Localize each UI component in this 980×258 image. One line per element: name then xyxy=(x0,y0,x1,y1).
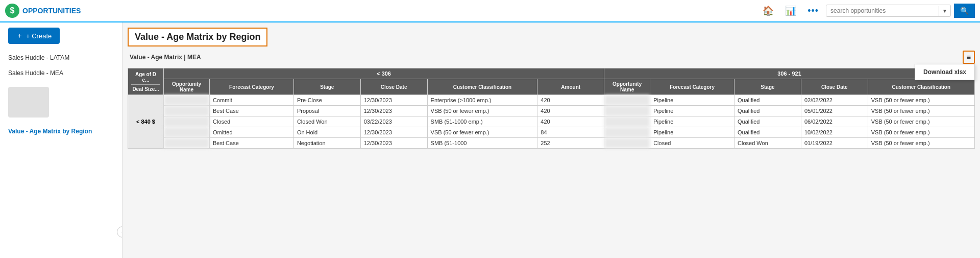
create-button[interactable]: ＋ + Create xyxy=(8,28,60,44)
search-icon: 🔍 xyxy=(960,7,969,15)
customer-class-1-0: Enterprise (>1000 emp.) xyxy=(427,95,537,106)
sidebar-item-latam-label: Sales Huddle - LATAM xyxy=(8,54,69,61)
close-date-1-2: 03/22/2023 xyxy=(360,116,427,127)
col-header-customer-class-1: Customer Classification xyxy=(427,79,537,95)
forecast-category-2-3: Pipeline xyxy=(650,127,734,138)
sidebar-active-item[interactable]: Value - Age Matrix by Region xyxy=(0,124,122,139)
customer-class-2-1: VSB (50 or fewer emp.) xyxy=(868,106,974,116)
col-header-forecast-1: Forecast Category xyxy=(210,79,294,95)
customer-class-2-4: VSB (50 or fewer emp.) xyxy=(868,138,974,149)
menu-button[interactable]: ≡ xyxy=(963,51,975,64)
sub-header-text: Value - Age Matrix | MEA xyxy=(130,54,201,61)
sidebar: ＋ + Create Sales Huddle - LATAM Sales Hu… xyxy=(0,22,122,258)
stage-2-4: Closed Won xyxy=(734,138,801,149)
sub-header: Value - Age Matrix | MEA ≡ Download xlsx xyxy=(128,51,975,64)
stage-2-1: Qualified xyxy=(734,106,801,116)
corner-header: Age of D e... Deal Size... xyxy=(128,68,164,95)
table-row: < 840 $CommitPre-Close12/30/2023Enterpri… xyxy=(128,95,975,106)
create-label: + Create xyxy=(26,32,52,40)
stage-2-2: Qualified xyxy=(734,116,801,127)
opp-name-cell-2-2 xyxy=(604,116,650,127)
forecast-category-1-2: Closed xyxy=(210,116,294,127)
stage-1-3: On Hold xyxy=(293,127,360,138)
opp-name-cell-2-1 xyxy=(604,106,650,116)
matrix-table: Age of D e... Deal Size... < 306 306 - 9… xyxy=(128,68,975,149)
corner-line2: e... xyxy=(131,77,160,83)
col-header-stage-1: Stage xyxy=(293,79,360,95)
forecast-category-1-0: Commit xyxy=(210,95,294,106)
sidebar-collapse-button[interactable]: ‹ xyxy=(117,226,122,238)
search-container: ▼ xyxy=(826,5,951,17)
table-row: Best CaseProposal12/30/2023VSB (50 or fe… xyxy=(128,106,975,116)
page-title: Value - Age Matrix by Region xyxy=(128,28,267,46)
nav-actions: 🏠 📊 ••• ▼ 🔍 xyxy=(758,3,975,18)
stage-1-2: Closed Won xyxy=(293,116,360,127)
amount-3: 84 xyxy=(537,127,604,138)
stage-1-1: Proposal xyxy=(293,106,360,116)
stage-1-4: Negotiation xyxy=(293,138,360,149)
dropdown-menu: Download xlsx xyxy=(915,64,975,80)
chart-button[interactable]: 📊 xyxy=(781,3,800,18)
main-layout: ＋ + Create Sales Huddle - LATAM Sales Hu… xyxy=(0,22,980,258)
stage-2-3: Qualified xyxy=(734,127,801,138)
amount-2: 420 xyxy=(537,116,604,127)
menu-button-container: ≡ Download xlsx xyxy=(963,51,975,64)
forecast-category-2-2: Pipeline xyxy=(650,116,734,127)
customer-class-2-0: VSB (50 or fewer emp.) xyxy=(868,95,974,106)
amount-0: 420 xyxy=(537,95,604,106)
col-group-1-label: < 306 xyxy=(377,71,391,77)
sidebar-item-mea-label: Sales Huddle - MEA xyxy=(8,69,63,77)
top-nav: $ OPPORTUNITIES 🏠 📊 ••• ▼ 🔍 xyxy=(0,0,980,22)
forecast-category-1-1: Best Case xyxy=(210,106,294,116)
close-date-2-3: 10/02/2022 xyxy=(801,127,868,138)
close-date-2-2: 06/02/2022 xyxy=(801,116,868,127)
customer-class-1-4: SMB (51-1000 xyxy=(427,138,537,149)
sidebar-item-latam[interactable]: Sales Huddle - LATAM xyxy=(0,50,122,65)
opp-name-cell-2-3 xyxy=(604,127,650,138)
col-header-opp-name-2: Opportunity Name xyxy=(604,79,650,95)
forecast-category-2-1: Pipeline xyxy=(650,106,734,116)
opp-name-cell-1-0 xyxy=(164,95,210,106)
more-button[interactable]: ••• xyxy=(803,4,823,18)
close-date-1-0: 12/30/2023 xyxy=(360,95,427,106)
search-dropdown-button[interactable]: ▼ xyxy=(939,6,950,16)
home-button[interactable]: 🏠 xyxy=(758,3,778,18)
corner-line3: Deal Size... xyxy=(131,84,160,92)
download-xlsx-item[interactable]: Download xlsx xyxy=(915,64,974,80)
close-date-1-4: 12/30/2023 xyxy=(360,138,427,149)
customer-class-1-1: VSB (50 or fewer emp.) xyxy=(427,106,537,116)
col-header-close-date-1: Close Date xyxy=(360,79,427,95)
sidebar-item-mea[interactable]: Sales Huddle - MEA xyxy=(0,65,122,81)
content-area: Value - Age Matrix by Region Value - Age… xyxy=(122,22,980,258)
chart-icon: 📊 xyxy=(785,6,796,16)
col-header-close-date-2: Close Date xyxy=(801,79,868,95)
search-input[interactable] xyxy=(826,5,939,16)
opp-name-cell-1-4 xyxy=(164,138,210,149)
customer-class-2-3: VSB (50 or fewer emp.) xyxy=(868,127,974,138)
avatar xyxy=(8,87,49,118)
col-header-customer-class-2: Customer Classification xyxy=(868,79,974,95)
col-group-2-label: 306 - 921 xyxy=(777,71,801,77)
table-row: ClosedClosed Won03/22/2023SMB (51-1000 e… xyxy=(128,116,975,127)
col-header-amount-1: Amount xyxy=(537,79,604,95)
customer-class-1-2: SMB (51-1000 emp.) xyxy=(427,116,537,127)
stage-2-0: Qualified xyxy=(734,95,801,106)
table-row: Best CaseNegotiation12/30/2023SMB (51-10… xyxy=(128,138,975,149)
customer-class-1-3: VSB (50 or fewer emp.) xyxy=(427,127,537,138)
customer-class-2-2: VSB (50 or fewer emp.) xyxy=(868,116,974,127)
col-header-opp-name-1: Opportunity Name xyxy=(164,79,210,95)
avatar-area xyxy=(0,81,122,124)
forecast-category-1-3: Omitted xyxy=(210,127,294,138)
app-logo: $ OPPORTUNITIES xyxy=(5,4,81,18)
forecast-category-2-4: Closed xyxy=(650,138,734,149)
search-button[interactable]: 🔍 xyxy=(954,4,975,18)
home-icon: 🏠 xyxy=(763,6,774,16)
close-date-1-1: 12/30/2023 xyxy=(360,106,427,116)
sidebar-active-label: Value - Age Matrix by Region xyxy=(8,128,92,135)
menu-icon: ≡ xyxy=(967,53,971,61)
opp-name-cell-1-3 xyxy=(164,127,210,138)
app-name: OPPORTUNITIES xyxy=(22,7,81,15)
logo-icon: $ xyxy=(5,4,19,18)
close-date-2-4: 01/19/2022 xyxy=(801,138,868,149)
close-date-2-0: 02/02/2022 xyxy=(801,95,868,106)
